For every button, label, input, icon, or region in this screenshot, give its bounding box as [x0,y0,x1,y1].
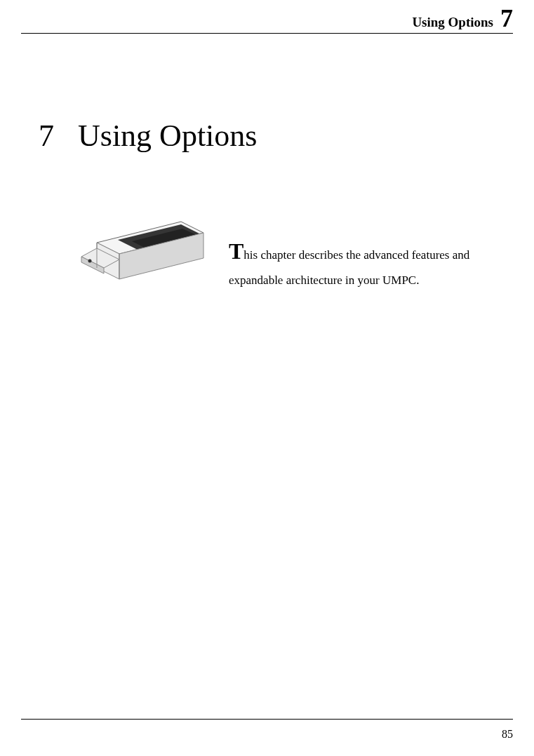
chapter-number: 7 [39,118,78,154]
header-rule [21,33,513,34]
intro-content-row: This chapter describes the advanced feat… [70,206,513,292]
page-number: 85 [502,728,513,741]
chapter-heading: 7 Using Options [39,118,257,154]
header-chapter-number: 7 [500,6,513,31]
page-header: Using Options 7 [412,6,513,31]
chapter-title: Using Options [78,118,257,154]
intro-drop-cap: T [229,238,243,264]
intro-paragraph: This chapter describes the advanced feat… [229,206,513,292]
svg-point-7 [88,259,92,263]
intro-text: his chapter describes the advanced featu… [229,248,469,287]
header-title: Using Options [412,15,493,30]
footer-rule [21,719,513,720]
drive-illustration [70,206,211,290]
